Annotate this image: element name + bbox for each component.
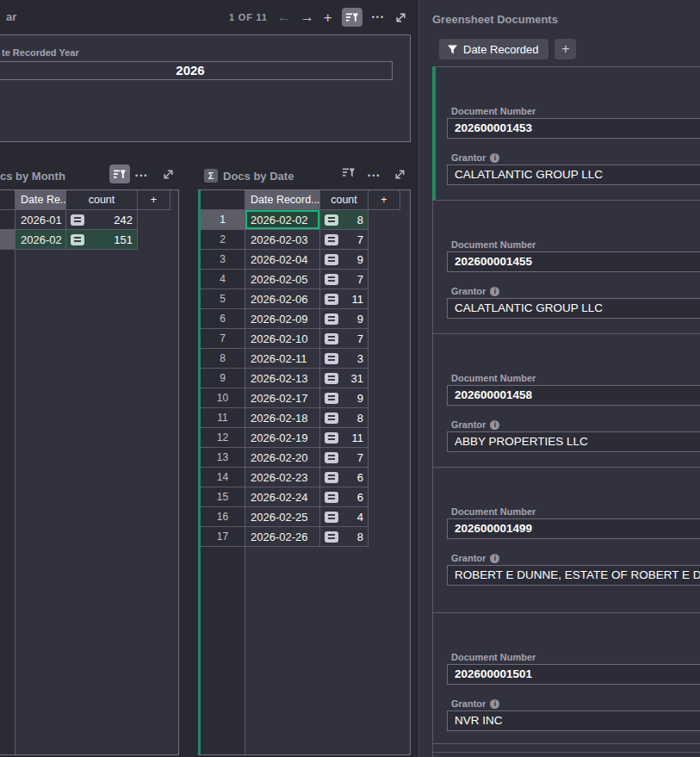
date-cell[interactable]: 2026-02-20 — [245, 448, 320, 468]
expand-record-icon[interactable] — [325, 214, 338, 226]
count-cell[interactable]: 242 — [66, 210, 138, 230]
date-cell[interactable]: 2026-02-18 — [245, 408, 320, 428]
grantor-field[interactable]: CALATLANTIC GROUP LLC — [447, 164, 700, 185]
document-number-field[interactable]: 202600001499 — [447, 518, 700, 539]
grantor-field[interactable]: CALATLANTIC GROUP LLC — [447, 298, 700, 319]
add-record-button[interactable]: + — [324, 10, 332, 25]
date-cell[interactable]: 2026-02-13 — [245, 369, 320, 388]
expand-record-icon[interactable] — [325, 294, 338, 305]
row-number-cell[interactable]: 17 — [201, 527, 245, 547]
expand-record-icon[interactable] — [325, 432, 338, 444]
count-cell[interactable]: 7 — [320, 329, 369, 349]
count-cell[interactable]: 6 — [320, 487, 369, 507]
expand-record-icon[interactable] — [325, 313, 338, 325]
date-recorded-filter-button[interactable]: Date Recorded — [439, 39, 548, 59]
row-number-cell[interactable]: 16 — [201, 507, 245, 527]
count-cell[interactable]: 31 — [320, 369, 369, 388]
expand-record-icon[interactable] — [325, 393, 338, 404]
expand-record-icon[interactable] — [325, 274, 338, 285]
section-menu-button[interactable]: ••• — [372, 13, 385, 22]
date-cell[interactable]: 2026-02-04 — [245, 250, 320, 270]
year-field-value[interactable]: 2026 — [0, 61, 393, 80]
row-number-cell[interactable]: 1 — [201, 210, 245, 230]
add-column-header[interactable]: + — [369, 190, 400, 210]
row-number-cell[interactable]: 4 — [201, 270, 245, 289]
date-cell[interactable]: 2026-02-23 — [245, 468, 320, 487]
expand-record-icon[interactable] — [325, 254, 338, 265]
count-cell[interactable]: 7 — [320, 448, 369, 468]
document-number-field[interactable]: 202600001501 — [447, 664, 700, 685]
add-filter-button[interactable]: + — [554, 39, 576, 59]
count-cell[interactable]: 11 — [320, 428, 369, 448]
next-record-button[interactable]: → — [300, 10, 314, 24]
expand-section-button[interactable] — [394, 11, 407, 24]
grantor-field[interactable]: ROBERT E DUNNE, ESTATE OF ROBERT E DUNNE — [447, 565, 700, 586]
row-number-cell[interactable]: 6 — [201, 309, 245, 329]
row-number-cell[interactable]: 10 — [201, 388, 245, 408]
row-number-header[interactable] — [0, 190, 15, 210]
row-number-cell[interactable]: 13 — [201, 448, 245, 468]
info-icon[interactable]: i — [490, 554, 499, 563]
date-cell[interactable]: 2026-02-06 — [245, 289, 320, 309]
expand-record-icon[interactable] — [325, 452, 338, 463]
row-number-cell[interactable]: 14 — [201, 468, 245, 487]
expand-record-icon[interactable] — [71, 214, 84, 226]
date-cell[interactable]: 2026-01 — [15, 210, 66, 230]
count-cell[interactable]: 9 — [320, 309, 369, 329]
row-number-cell[interactable]: 15 — [201, 487, 245, 507]
month-sort-filter-button[interactable] — [109, 164, 130, 183]
row-number-cell[interactable]: 7 — [201, 329, 245, 349]
date-cell[interactable]: 2026-02-11 — [245, 349, 320, 369]
expand-record-icon[interactable] — [325, 512, 338, 523]
count-cell[interactable]: 4 — [320, 507, 369, 527]
row-number-cell[interactable]: 8 — [201, 349, 245, 369]
date-cell[interactable]: 2026-02-10 — [245, 329, 320, 349]
row-number-cell[interactable]: 11 — [201, 408, 245, 428]
date-expand-button[interactable] — [393, 168, 406, 181]
date-sort-filter-button[interactable] — [343, 167, 355, 178]
date-cell[interactable]: 2026-02-25 — [245, 507, 320, 527]
expand-record-icon[interactable] — [325, 531, 338, 543]
count-cell[interactable]: 6 — [320, 468, 369, 487]
info-icon[interactable]: i — [490, 287, 499, 296]
expand-record-icon[interactable] — [325, 413, 338, 424]
column-header-date[interactable]: Date Re... — [15, 190, 66, 210]
date-cell[interactable]: 2026-02-09 — [245, 309, 320, 329]
add-column-header[interactable]: + — [138, 190, 170, 210]
count-cell[interactable]: 9 — [320, 250, 369, 270]
document-number-field[interactable]: 202600001458 — [447, 385, 700, 406]
count-cell[interactable]: 7 — [320, 230, 369, 250]
row-number-cell[interactable] — [0, 210, 15, 230]
month-section-menu-button[interactable]: ••• — [135, 171, 148, 180]
count-cell[interactable]: 151 — [66, 230, 138, 250]
row-number-cell[interactable]: 5 — [201, 289, 245, 309]
column-header-count[interactable]: count — [320, 190, 369, 210]
previous-record-button[interactable]: ← — [277, 10, 291, 24]
info-icon[interactable]: i — [490, 420, 499, 430]
date-cell[interactable]: 2026-02 — [15, 230, 66, 250]
row-number-header[interactable] — [201, 190, 245, 210]
count-cell[interactable]: 3 — [320, 349, 369, 369]
count-cell[interactable]: 8 — [320, 408, 369, 428]
date-cell[interactable]: 2026-02-19 — [245, 428, 320, 448]
column-header-date[interactable]: Date Record... — [245, 190, 320, 210]
count-cell[interactable]: 8 — [320, 527, 369, 547]
row-number-cell[interactable]: 12 — [201, 428, 245, 448]
row-number-cell[interactable]: 9 — [201, 369, 245, 388]
date-cell[interactable]: 2026-02-02 — [245, 210, 320, 230]
count-cell[interactable]: 7 — [320, 270, 369, 289]
expand-record-icon[interactable] — [325, 472, 338, 483]
expand-record-icon[interactable] — [325, 333, 338, 344]
info-icon[interactable]: i — [490, 699, 499, 709]
month-expand-button[interactable] — [162, 168, 175, 181]
document-number-field[interactable]: 202600001455 — [447, 251, 700, 272]
row-number-cell[interactable]: 2 — [201, 230, 245, 250]
expand-record-icon[interactable] — [325, 353, 338, 364]
expand-record-icon[interactable] — [71, 234, 84, 245]
date-section-menu-button[interactable]: ••• — [368, 171, 381, 180]
row-number-cell[interactable] — [0, 230, 15, 250]
date-cell[interactable]: 2026-02-05 — [245, 270, 320, 289]
date-cell[interactable]: 2026-02-24 — [245, 487, 320, 507]
count-cell[interactable]: 9 — [320, 388, 369, 408]
count-cell[interactable]: 11 — [320, 289, 369, 309]
